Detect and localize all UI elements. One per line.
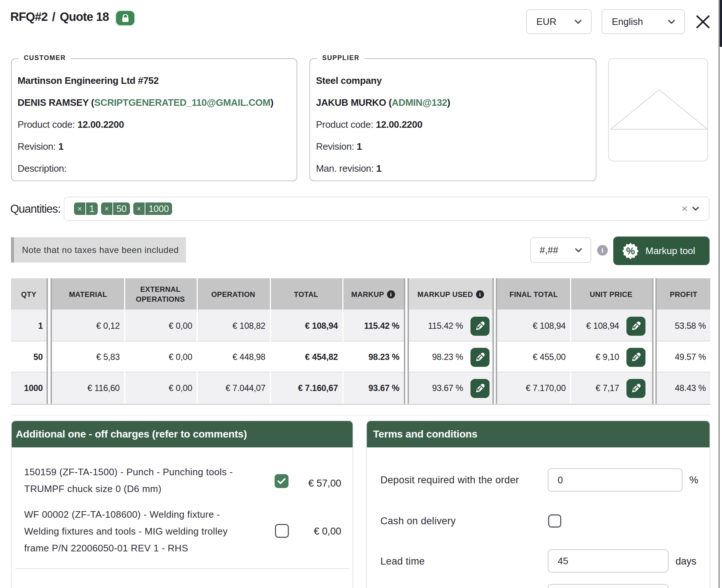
svg-text:%: %	[626, 245, 635, 257]
